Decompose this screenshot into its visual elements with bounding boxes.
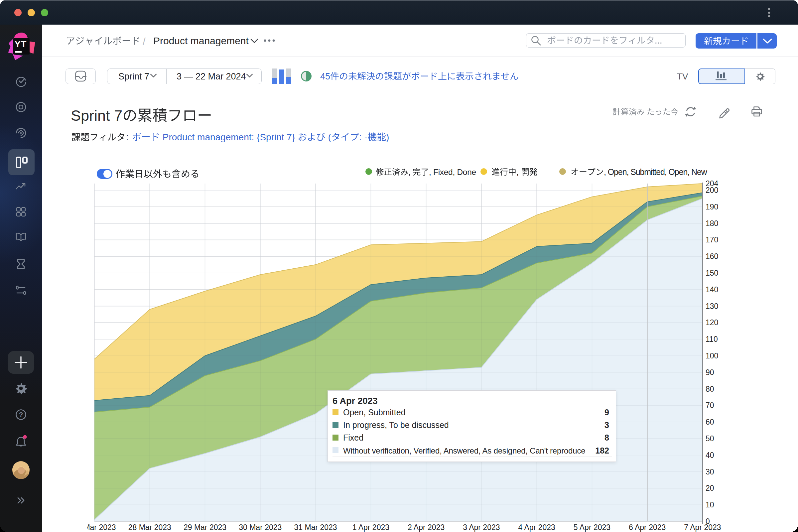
- svg-text:70: 70: [706, 401, 714, 410]
- svg-text:140: 140: [706, 285, 718, 294]
- svg-text:27 Mar 2023: 27 Mar 2023: [73, 523, 116, 532]
- svg-text:): ): [386, 132, 389, 142]
- svg-text:180: 180: [706, 219, 718, 228]
- svg-text:28 Mar 2023: 28 Mar 2023: [128, 523, 171, 532]
- svg-text:2 Apr 2023: 2 Apr 2023: [407, 523, 444, 532]
- svg-text:: -: : -: [359, 132, 367, 142]
- svg-text:1 Apr 2023: 1 Apr 2023: [353, 523, 390, 532]
- svg-text:3 Apr 2023: 3 Apr 2023: [463, 523, 500, 532]
- svg-text:, Fixed, Done: , Fixed, Done: [429, 168, 476, 176]
- svg-text:150: 150: [706, 269, 718, 277]
- svg-text:7 Apr 2023: 7 Apr 2023: [684, 523, 721, 532]
- svg-text:3 — 22 Mar 2024: 3 — 22 Mar 2024: [176, 72, 246, 81]
- svg-text:?: ?: [19, 411, 23, 418]
- svg-text:YT: YT: [15, 39, 26, 49]
- svg-text:190: 190: [706, 203, 718, 211]
- svg-text:6 Apr 2023: 6 Apr 2023: [629, 523, 666, 532]
- svg-text:60: 60: [706, 418, 714, 426]
- svg-text:45: 45: [320, 72, 330, 81]
- svg-text:50: 50: [706, 434, 714, 443]
- svg-text:29 Mar 2023: 29 Mar 2023: [184, 523, 226, 532]
- svg-text:170: 170: [706, 235, 718, 244]
- svg-text:80: 80: [706, 385, 714, 393]
- svg-text:Sprint 7: Sprint 7: [118, 72, 149, 81]
- svg-text:130: 130: [706, 302, 718, 310]
- svg-text:110: 110: [706, 335, 718, 343]
- svg-text:(: (: [325, 132, 331, 142]
- svg-text:Product management: {Sprint 7}: Product management: {Sprint 7}: [160, 132, 298, 142]
- svg-text:120: 120: [706, 318, 718, 327]
- svg-text:90: 90: [706, 368, 714, 377]
- svg-text:0: 0: [706, 517, 710, 526]
- svg-text:,: ,: [516, 167, 521, 176]
- svg-text:160: 160: [706, 252, 718, 261]
- svg-text:40: 40: [706, 451, 714, 459]
- svg-text:/: /: [142, 36, 146, 48]
- svg-text:31 Mar 2023: 31 Mar 2023: [294, 523, 337, 532]
- svg-text:TV: TV: [677, 72, 688, 81]
- svg-text:30: 30: [706, 468, 714, 476]
- svg-text:, Open, Submitted, Open, New: , Open, Submitted, Open, New: [604, 167, 707, 176]
- svg-text:200: 200: [706, 186, 718, 194]
- svg-text:4 Apr 2023: 4 Apr 2023: [518, 523, 555, 532]
- svg-text:,: ,: [408, 168, 413, 176]
- svg-text:Sprint 7: Sprint 7: [71, 107, 122, 124]
- svg-text::: :: [126, 132, 129, 142]
- svg-text:5 Apr 2023: 5 Apr 2023: [573, 523, 610, 532]
- svg-text:100: 100: [706, 352, 718, 360]
- svg-text:20: 20: [706, 484, 714, 492]
- svg-text:Product management: Product management: [153, 35, 249, 46]
- svg-text:30 Mar 2023: 30 Mar 2023: [239, 523, 282, 532]
- svg-text:10: 10: [706, 500, 714, 509]
